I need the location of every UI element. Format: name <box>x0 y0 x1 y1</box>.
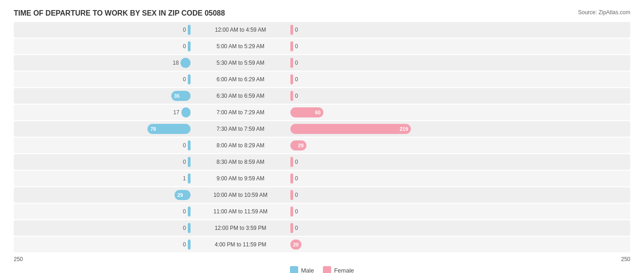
right-section: 0 <box>289 25 630 35</box>
male-bar-wrap: 17 <box>14 107 191 117</box>
male-bar-wrap: 0 <box>14 223 191 233</box>
male-bar-wrap: 1 <box>14 173 191 184</box>
male-outside-val: 0 <box>172 142 186 149</box>
right-section: 0 <box>289 91 630 101</box>
male-outside-val: 17 <box>166 109 180 116</box>
axis-row: 250 250 <box>14 256 630 262</box>
male-bar-wrap: 0 <box>14 140 191 150</box>
legend-row: Male Female <box>14 266 630 273</box>
bar-row: 0 5:00 AM to 5:29 AM 0 <box>14 39 630 54</box>
male-bar <box>188 41 191 51</box>
female-bar <box>290 91 293 101</box>
female-bar <box>290 190 293 200</box>
axis-left: 250 <box>14 256 192 262</box>
male-outside-val: 0 <box>172 241 186 248</box>
female-bar <box>290 157 293 167</box>
legend-female-box <box>323 266 331 273</box>
male-outside-val: 18 <box>165 60 179 66</box>
female-bar <box>290 41 293 51</box>
male-bar <box>188 157 191 167</box>
right-section: 29 <box>289 140 630 150</box>
male-inside-val: 29 <box>177 192 183 198</box>
left-section: 29 <box>14 190 192 200</box>
right-section: 0 <box>289 190 630 200</box>
male-inside-val: 78 <box>150 126 156 132</box>
chart-title: TIME OF DEPARTURE TO WORK BY SEX IN ZIP … <box>14 9 630 17</box>
female-outside-val: 0 <box>295 60 309 66</box>
legend-female: Female <box>323 266 354 273</box>
left-section: 0 <box>14 157 192 167</box>
bar-row: 0 12:00 PM to 3:59 PM 0 <box>14 220 630 236</box>
female-outside-val: 0 <box>295 76 309 83</box>
male-outside-val: 0 <box>172 208 186 215</box>
female-outside-val: 0 <box>295 175 309 182</box>
female-bar <box>290 25 293 35</box>
time-label: 8:30 AM to 8:59 AM <box>192 159 289 165</box>
right-section: 60 <box>289 107 630 117</box>
female-outside-val: 0 <box>295 225 309 231</box>
time-label: 6:00 AM to 6:29 AM <box>192 76 289 83</box>
bar-row: 0 12:00 AM to 4:59 AM 0 <box>14 22 630 38</box>
female-bar-wrap: 219 <box>290 124 630 134</box>
female-bar: 29 <box>290 140 306 150</box>
female-bar-wrap: 60 <box>290 107 630 117</box>
male-bar <box>188 74 191 84</box>
male-bar-wrap: 18 <box>14 58 191 68</box>
left-section: 35 <box>14 91 192 101</box>
female-bar-wrap: 0 <box>290 173 630 184</box>
right-section: 0 <box>289 41 630 51</box>
bar-row: 18 5:30 AM to 5:59 AM 0 <box>14 55 630 71</box>
right-section: 0 <box>289 223 630 233</box>
left-section: 0 <box>14 41 192 51</box>
bar-row: 0 4:00 PM to 11:59 PM 20 <box>14 237 630 252</box>
left-section: 0 <box>14 206 192 217</box>
left-section: 1 <box>14 173 192 184</box>
female-bar <box>290 173 293 184</box>
female-outside-val: 0 <box>295 192 309 198</box>
male-bar-wrap: 0 <box>14 74 191 84</box>
time-label: 11:00 AM to 11:59 AM <box>192 208 289 215</box>
female-bar-wrap: 29 <box>290 140 630 150</box>
female-bar <box>290 206 293 217</box>
male-bar-wrap: 35 <box>14 91 191 101</box>
time-label: 7:00 AM to 7:29 AM <box>192 109 289 116</box>
left-section: 0 <box>14 140 192 150</box>
time-label: 12:00 AM to 4:59 AM <box>192 27 289 33</box>
female-bar-wrap: 0 <box>290 25 630 35</box>
male-outside-val: 0 <box>172 159 186 165</box>
bar-row: 1 9:00 AM to 9:59 AM 0 <box>14 171 630 186</box>
left-section: 17 <box>14 107 192 117</box>
female-bar-wrap: 0 <box>290 91 630 101</box>
male-outside-val: 0 <box>172 76 186 83</box>
time-label: 12:00 PM to 3:59 PM <box>192 225 289 231</box>
bar-row: 35 6:30 AM to 6:59 AM 0 <box>14 88 630 104</box>
female-bar-wrap: 0 <box>290 74 630 84</box>
time-label: 5:00 AM to 5:29 AM <box>192 43 289 50</box>
bar-row: 0 8:30 AM to 8:59 AM 0 <box>14 154 630 170</box>
male-bar: 78 <box>147 124 191 134</box>
male-bar <box>188 240 191 250</box>
female-outside-val: 0 <box>295 93 309 99</box>
female-bar-wrap: 0 <box>290 206 630 217</box>
source-label: Source: ZipAtlas.com <box>578 9 630 16</box>
time-label: 7:30 AM to 7:59 AM <box>192 126 289 132</box>
male-bar <box>188 223 191 233</box>
left-section: 0 <box>14 25 192 35</box>
male-bar-wrap: 29 <box>14 190 191 200</box>
legend-male-box <box>290 266 298 273</box>
time-label: 5:30 AM to 5:59 AM <box>192 60 289 66</box>
chart-area: 0 12:00 AM to 4:59 AM 0 0 <box>14 22 630 252</box>
bar-row: 0 8:00 AM to 8:29 AM 29 <box>14 138 630 153</box>
female-inside-val: 60 <box>315 110 321 115</box>
female-outside-val: 0 <box>295 208 309 215</box>
female-inside-val: 219 <box>399 126 408 132</box>
female-bar <box>290 223 293 233</box>
right-section: 20 <box>289 240 630 250</box>
bar-row: 29 10:00 AM to 10:59 AM 0 <box>14 187 630 203</box>
female-outside-val: 0 <box>295 159 309 165</box>
male-bar <box>181 107 191 117</box>
female-bar-wrap: 0 <box>290 41 630 51</box>
left-section: 0 <box>14 240 192 250</box>
time-label: 9:00 AM to 9:59 AM <box>192 175 289 182</box>
left-section: 0 <box>14 223 192 233</box>
